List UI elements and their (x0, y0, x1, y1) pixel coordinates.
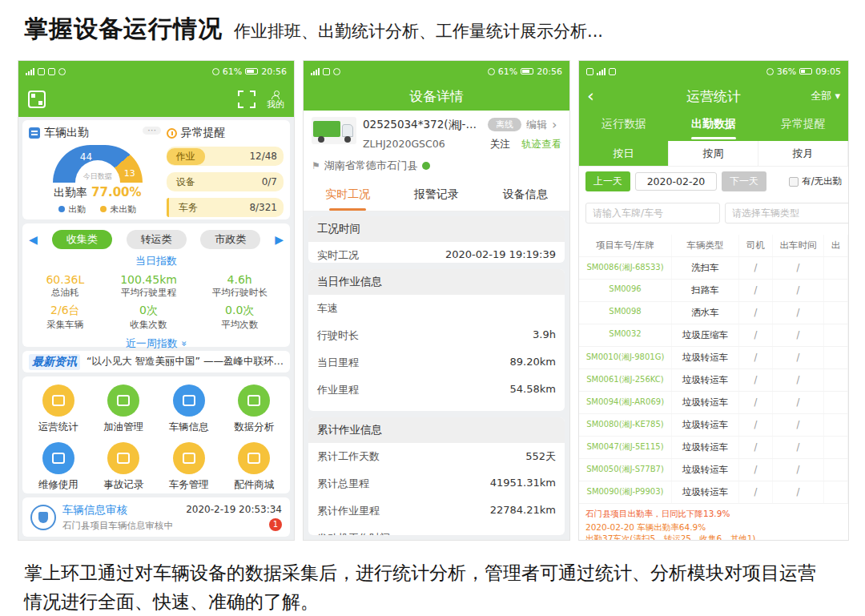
refuel-icon (107, 384, 139, 417)
chevron-right-icon[interactable]: › (552, 117, 557, 132)
daily-index-title: 当日指数 (27, 254, 285, 268)
kv-row: 车速 (308, 295, 565, 322)
wrench-icon (42, 442, 74, 474)
stats-body: 按日 按周 按月 上一天 下一天 有/无出勤 确定 项目车号/车牌 (579, 141, 848, 540)
news-ticker[interactable]: 最新资讯 “以小见大 智造美丽中国” ——盈峰中联环境... (22, 351, 290, 372)
back-icon[interactable]: ‹ (587, 87, 594, 105)
checkbox-icon (789, 177, 799, 187)
summary-line: 出勤37车次(清扫5、转运25、收集6、其他1) (585, 533, 842, 540)
tab-by-day[interactable]: 按日 (579, 141, 669, 166)
legend-dot-absent (100, 206, 107, 212)
clock-time: 09:05 (815, 66, 841, 77)
tab-municipal[interactable]: 市政类 (200, 230, 260, 249)
table-row[interactable]: SM0090(湘J-P9903) 垃圾转运车 / / (579, 481, 848, 504)
table-row[interactable]: SM0032 垃圾压缩车 / / (579, 324, 848, 347)
more-icon[interactable]: ⋯ (143, 127, 161, 135)
signal-icon (597, 68, 606, 75)
qr-code-icon[interactable] (28, 91, 46, 108)
tab-transfer[interactable]: 转运类 (127, 230, 187, 249)
app-operations-stats[interactable]: 运营统计 (26, 384, 91, 434)
app-repair-usage[interactable]: 维修使用 (26, 442, 91, 492)
follow-button[interactable]: 关注 (490, 138, 510, 150)
section-cumulative-work: 累计作业信息 累计工作天数552天累计总里程41951.31km累计作业里程22… (308, 417, 565, 535)
tab-device-info[interactable]: 设备信息 (481, 179, 569, 211)
attendance-rate-label: 出勤率 (54, 186, 87, 199)
tab-abnormal-alerts[interactable]: 异常提醒 (758, 111, 848, 141)
table-row[interactable]: SM0061(湘J-256KC) 垃圾转运车 / / (579, 369, 848, 392)
stat-avg-duration: 4.6h平均行驶时长 (194, 273, 285, 299)
kv-row: 发动机工作时间 (308, 525, 565, 535)
my-profile-button[interactable]: 我的 (267, 91, 284, 109)
parts-mall-icon (238, 442, 270, 474)
section-title: 累计作业信息 (308, 417, 565, 443)
alert-row-device[interactable]: 设备 0/7 (167, 172, 284, 191)
app-vehicle-info[interactable]: 车辆信息 (156, 384, 222, 434)
tab-realtime-status[interactable]: 实时工况 (304, 179, 392, 211)
tab-by-week[interactable]: 按周 (669, 141, 758, 166)
signal-icon (26, 68, 34, 75)
week-index-link[interactable]: 近一周指数 » (27, 336, 285, 351)
kv-row: 作业时长2.5h (308, 404, 565, 411)
device-name: 02525034*372(湘J-685.. (363, 118, 483, 132)
app-refuel-management[interactable]: 加油管理 (91, 384, 157, 434)
scan-icon[interactable] (238, 91, 255, 108)
tab-alarm-records[interactable]: 报警记录 (392, 179, 481, 211)
attendance-gauge-chart: 44 13 今日数据 (53, 145, 143, 183)
table-row[interactable]: SM0094(湘J-AR069) 垃圾转运车 / / (579, 392, 848, 414)
table-row[interactable]: SM0047(湘J-5E115) 垃圾转运车 / / (579, 437, 848, 459)
alert-row-fleet[interactable]: 车务 8/321 (167, 198, 284, 217)
alert-row-work[interactable]: 作业 12/48 (167, 147, 284, 166)
device-model: ZLHJ2020GSC06 (363, 138, 445, 151)
plate-search-input[interactable] (585, 203, 720, 223)
alert-clock-icon (167, 128, 177, 139)
vehicle-type-select[interactable] (725, 203, 848, 223)
alert-fleet-value: 8/321 (249, 202, 277, 213)
app-data-analysis[interactable]: 数据分析 (222, 384, 288, 434)
prev-category-icon[interactable]: ◀ (29, 233, 38, 246)
page-header: 掌握设备运行情况 作业排班、出勤统计分析、工作量统计展示分析... (0, 0, 865, 46)
battery-icon (799, 68, 812, 74)
col-vehicle-type: 车辆类型 (672, 235, 739, 256)
battery-icon (245, 68, 258, 74)
notification-row[interactable]: 车辆信息审核 石门县项目车辆信息审核中 2020-2-19 20:53:34 1 (22, 497, 290, 537)
tab-attendance-data[interactable]: 出勤数据 (669, 111, 758, 141)
edit-button[interactable]: 编辑 (526, 118, 547, 132)
track-view-link[interactable]: 轨迹查看 (521, 138, 561, 150)
attendance-filter-checkbox[interactable]: 有/无出勤 (789, 175, 842, 187)
attendance-alerts-card: ⋯ 车辆出勤 44 13 今日数据 出勤率77.00% 出 (22, 120, 290, 219)
statusbar-2: 61% 20:56 (304, 61, 569, 82)
table-row[interactable]: SM0098 洒水车 / / (579, 302, 848, 324)
gauge-legend: 出勤 未出勤 (58, 203, 136, 215)
tab-by-month[interactable]: 按月 (758, 141, 848, 166)
vehicle-icon (173, 384, 205, 417)
stat-avg-mileage: 100.45km平均行驶里程 (103, 273, 195, 299)
table-row[interactable]: SM0080(湘J-KE785) 垃圾转运车 / / (579, 414, 848, 437)
app-accident-records[interactable]: 事故记录 (91, 442, 157, 492)
table-row[interactable]: SM0096 扫路车 / / (579, 280, 848, 302)
clock-time: 20:56 (261, 66, 287, 77)
device-location: ⚑ 湖南省常德市石门县 (312, 159, 561, 173)
chevron-down-icon: » (179, 340, 190, 346)
app-parts-mall[interactable]: 配件商城 (222, 442, 288, 492)
date-input[interactable] (635, 172, 717, 191)
date-navigation: 上一天 下一天 有/无出勤 (579, 167, 848, 196)
tab-collection[interactable]: 收集类 (52, 230, 112, 249)
col-driver: 司机 (739, 235, 773, 256)
table-row[interactable]: SM0086(湘J-68533) 洗扫车 / / (579, 257, 848, 280)
table-row[interactable]: SM0050(湘J-S77B7) 垃圾转运车 / / (579, 459, 848, 481)
truck-photo (312, 117, 356, 144)
tab-running-data[interactable]: 运行数据 (579, 111, 669, 141)
gauge-center-label: 今日数据 (53, 171, 143, 182)
home-header: 我的 (18, 82, 294, 117)
stat-collect-times: 0次收集次数 (103, 304, 195, 331)
next-category-icon[interactable]: ▶ (275, 233, 284, 246)
app-fleet-management[interactable]: 车务管理 (156, 442, 222, 492)
kv-row: 当日里程89.20km (308, 349, 565, 376)
next-day-button[interactable]: 下一天 (722, 171, 766, 191)
summary-line: 石门县项目出勤率，日同比下降13.9% (585, 509, 842, 520)
table-row[interactable]: SM0010(湘J-9801G) 垃圾转运车 / / (579, 347, 848, 369)
alerts-title: 异常提醒 (181, 126, 226, 140)
filter-all-dropdown[interactable]: 全部 ▾ (811, 89, 840, 103)
prev-day-button[interactable]: 上一天 (585, 171, 630, 191)
daily-index-card: ◀ 收集类 转运类 市政类 ▶ 当日指数 60.36L总油耗 100.45km平… (22, 223, 290, 347)
